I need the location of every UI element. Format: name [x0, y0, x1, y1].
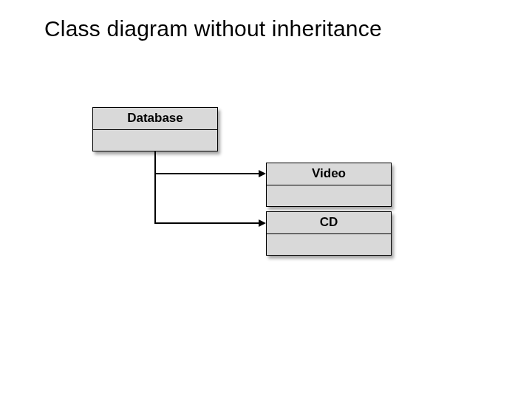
class-name-cd: CD	[267, 212, 391, 234]
connector-segment	[154, 151, 156, 223]
class-box-database: Database	[92, 107, 218, 151]
class-box-cd: CD	[266, 211, 392, 256]
class-box-video: Video	[266, 163, 392, 207]
arrowhead-icon	[259, 219, 266, 227]
connector-segment	[154, 173, 259, 174]
class-body-video	[267, 185, 391, 206]
class-name-video: Video	[267, 163, 391, 185]
uml-diagram: Database Video CD	[0, 0, 532, 399]
connector-segment	[154, 222, 259, 224]
class-body-cd	[267, 234, 391, 255]
arrowhead-icon	[259, 170, 266, 177]
class-body-database	[93, 130, 217, 151]
class-name-database: Database	[93, 108, 217, 130]
